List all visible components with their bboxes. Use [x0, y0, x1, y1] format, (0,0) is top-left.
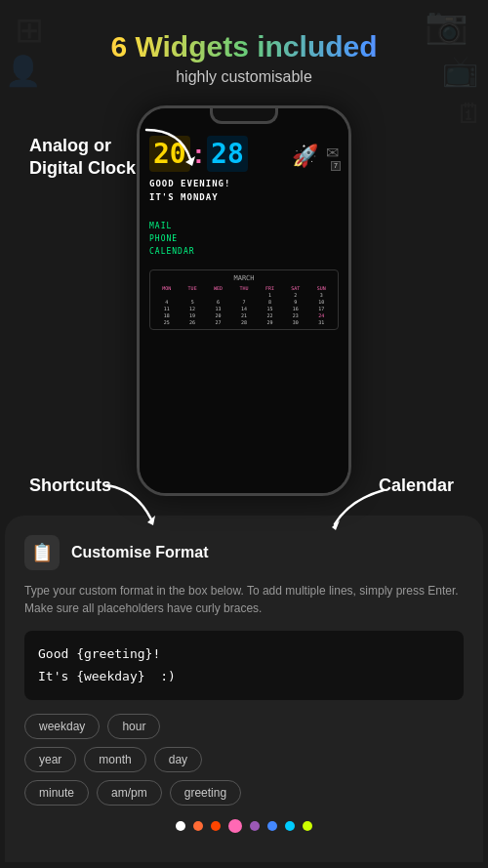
- label-shortcuts: Shortcuts: [29, 475, 111, 496]
- cal-day-29: 29: [258, 319, 282, 325]
- cal-day-19: 19: [180, 312, 204, 318]
- cal-day-7: 7: [231, 299, 256, 305]
- calendar-grid: MON TUE WED THU FRI SAT SUN 1 2 3 4 5: [154, 285, 334, 325]
- dot-7[interactable]: [285, 821, 295, 831]
- cal-header-tue: TUE: [180, 285, 204, 291]
- cal-day-25: 25: [154, 319, 179, 325]
- mail-icon: ✉: [326, 145, 339, 161]
- cal-day-9: 9: [283, 299, 307, 305]
- label-analog-clock: Analog or Digital Clock: [29, 135, 136, 181]
- card-title: Customise Format: [71, 544, 208, 561]
- dot-2[interactable]: [193, 821, 203, 831]
- greeting-line2: IT'S MONDAY: [149, 191, 339, 205]
- shortcuts-text: Shortcuts: [29, 475, 111, 495]
- dot-1[interactable]: [176, 821, 185, 831]
- cal-day-28: 28: [231, 319, 256, 325]
- analog-clock-text-line2: Digital Clock: [29, 157, 136, 180]
- greeting-line1: GOOD EVENING!: [149, 178, 339, 191]
- cal-header-fri: FRI: [258, 285, 282, 291]
- code-box: Good {greeting}! It's {weekday} :): [24, 631, 464, 700]
- clipboard-icon: 📋: [31, 542, 53, 563]
- cal-day-22: 22: [258, 312, 282, 318]
- cal-header-sat: SAT: [283, 285, 307, 291]
- calendar-text: Calendar: [379, 475, 454, 495]
- cal-day-23: 23: [283, 312, 307, 318]
- cal-day-14: 14: [231, 306, 256, 311]
- clock-minutes: 28: [207, 136, 248, 172]
- cal-empty: [231, 292, 256, 298]
- cal-day-31: 31: [309, 319, 334, 325]
- cal-day-15: 15: [258, 306, 282, 311]
- pill-year[interactable]: year: [24, 747, 76, 772]
- dot-8[interactable]: [303, 821, 312, 831]
- dot-6[interactable]: [267, 821, 277, 831]
- mail-badge: 7: [331, 161, 341, 171]
- cal-day-20: 20: [206, 312, 230, 318]
- pill-greeting[interactable]: greeting: [170, 780, 241, 806]
- main-title: 6 Widgets included: [0, 29, 488, 64]
- rocket-icon: 🚀: [292, 144, 318, 169]
- dot-5[interactable]: [250, 821, 260, 831]
- pill-ampm[interactable]: am/pm: [97, 780, 162, 806]
- arrow-calendar-icon: [330, 485, 388, 534]
- cal-day-16: 16: [283, 306, 307, 311]
- cal-day-24: 24: [309, 312, 334, 318]
- pill-month[interactable]: month: [84, 747, 145, 772]
- pill-day[interactable]: day: [154, 747, 202, 772]
- cal-empty: [180, 292, 204, 298]
- card-icon: 📋: [24, 535, 60, 570]
- cal-day-21: 21: [231, 312, 256, 318]
- card-description: Type your custom format in the box below…: [24, 582, 464, 617]
- pill-hour[interactable]: hour: [107, 714, 160, 739]
- pills-row-2: year month day: [24, 747, 464, 772]
- cal-day-2: 2: [283, 292, 307, 298]
- shortcut-mail: MAIL: [149, 220, 339, 232]
- cal-day-8: 8: [258, 299, 282, 305]
- customise-format-card: 📋 Customise Format Type your custom form…: [5, 516, 483, 862]
- pill-minute[interactable]: minute: [24, 780, 89, 806]
- cal-day-1: 1: [258, 292, 282, 298]
- cal-day-27: 27: [206, 319, 230, 325]
- shortcut-phone: PHONE: [149, 232, 339, 245]
- cal-day-12: 12: [180, 306, 204, 311]
- cal-day-11: 11: [154, 306, 179, 311]
- label-calendar: Calendar: [379, 475, 454, 496]
- arrow-shortcuts-icon: [102, 480, 161, 529]
- shortcut-calendar: CALENDAR: [149, 245, 339, 258]
- pills-row-3: minute am/pm greeting: [24, 780, 464, 806]
- cal-day-17: 17: [309, 306, 334, 311]
- dot-3[interactable]: [211, 821, 221, 831]
- dot-4[interactable]: [228, 819, 242, 833]
- cal-header-sun: SUN: [309, 285, 334, 291]
- calendar-month: MARCH: [154, 274, 334, 282]
- clock-greeting: GOOD EVENING! IT'S MONDAY: [149, 178, 339, 204]
- phone-notch: [210, 108, 278, 124]
- pills-row-1: weekday hour: [24, 714, 464, 739]
- code-line-1: Good {greeting}!: [38, 642, 450, 665]
- phone-showcase: Analog or Digital Clock Shortcuts Calend…: [20, 105, 468, 516]
- shortcuts-list: MAIL PHONE CALENDAR: [149, 220, 339, 258]
- cal-day-3: 3: [309, 292, 334, 298]
- cal-header-wed: WED: [206, 285, 230, 291]
- calendar-widget: MARCH MON TUE WED THU FRI SAT SUN 1 2 3: [149, 269, 339, 330]
- page-indicators: [24, 821, 464, 843]
- cal-day-13: 13: [206, 306, 230, 311]
- code-line-2: It's {weekday} :): [38, 665, 450, 687]
- card-header: 📋 Customise Format: [24, 535, 464, 570]
- page-header: 6 Widgets included highly customisable: [0, 0, 488, 96]
- main-subtitle: highly customisable: [0, 68, 488, 86]
- cal-day-30: 30: [283, 319, 307, 325]
- pill-weekday[interactable]: weekday: [24, 714, 100, 739]
- cal-empty: [206, 292, 230, 298]
- mail-icon-wrapper: ✉ 7: [326, 144, 339, 169]
- arrow-analog-icon: [142, 125, 200, 174]
- cal-day-5: 5: [180, 299, 204, 305]
- cal-day-4: 4: [154, 299, 179, 305]
- cal-header-mon: MON: [154, 285, 179, 291]
- cal-day-6: 6: [206, 299, 230, 305]
- cal-header-thu: THU: [231, 285, 256, 291]
- cal-day-18: 18: [154, 312, 179, 318]
- cal-day-10: 10: [309, 299, 334, 305]
- cal-empty: [154, 292, 179, 298]
- analog-clock-text-line1: Analog or: [29, 135, 136, 157]
